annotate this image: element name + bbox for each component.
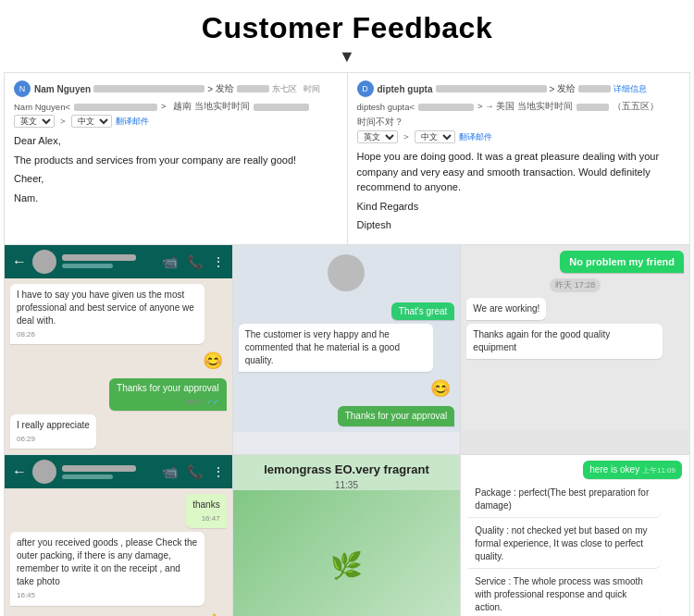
email-1-line1: The products and services from your comp…	[14, 153, 338, 168]
back-icon-1[interactable]: ←	[12, 253, 27, 270]
translate-link-2[interactable]: 翻译邮件	[459, 131, 492, 143]
lang-from-select-1[interactable]: 英文	[14, 115, 55, 128]
appreciate-text: I really appreciate	[17, 420, 90, 430]
chat-4-messages: thanks 16:47 after you received goods , …	[5, 488, 232, 616]
msg-time-4a: 16:47	[192, 513, 219, 524]
wa-icons-4: 📹 📞 ⋮	[162, 464, 225, 479]
wa-topbar-4: ← 📹 📞 ⋮	[5, 455, 232, 488]
email-blur-2	[74, 104, 157, 111]
time-label: 时间不对？	[357, 117, 403, 129]
page-container: Customer Feedback ▼ N Nam Nguyen > 发给 东七…	[0, 0, 694, 616]
chat-2-messages: That's great The customer is very happy …	[233, 245, 461, 432]
timezone-1: 东七区 时间	[272, 83, 321, 95]
email-1-header: N Nam Nguyen > 发给 东七区 时间	[14, 80, 338, 97]
emails-section: N Nam Nguyen > 发给 东七区 时间 Nam Nguyen< > 越…	[4, 72, 690, 245]
lang-from-select-2[interactable]: 英文	[357, 130, 398, 143]
five-zone: （五五区）	[613, 101, 659, 113]
call-icon-1[interactable]: 📞	[187, 254, 203, 269]
call-icon-4[interactable]: 📞	[187, 464, 203, 479]
arrow-lang2: ＞	[402, 131, 411, 143]
email-1: N Nam Nguyen > 发给 东七区 时间 Nam Nguyen< > 越…	[5, 73, 348, 244]
more-icon-1[interactable]: ⋮	[212, 254, 225, 269]
lang-to-select-2[interactable]: 中文	[415, 130, 455, 143]
contact-name-4	[62, 465, 156, 479]
email-1-name: Nam.	[14, 191, 338, 206]
blur-d1	[418, 104, 474, 111]
msg-no-problem: No problem my friend	[560, 251, 684, 273]
msg-approval-2: Thanks for your approval	[338, 406, 455, 426]
msg-approval-1: Thanks for your approval 06:27 ✓✓	[109, 378, 227, 411]
arrow-down-icon: ▼	[0, 47, 694, 67]
chat-cell-1: ← 📹 📞 ⋮ I have to say you have given us …	[5, 245, 233, 456]
sender-name-2: dipteh gupta	[378, 84, 433, 94]
arrow-lang: ＞	[58, 116, 68, 128]
chat-cell-6: here is okey 上午11:09 Package : perfect(T…	[461, 455, 689, 616]
sender-name-1: Nam Nguyen	[34, 84, 91, 94]
msg-here-okey: here is okey 上午11:09	[583, 461, 682, 479]
chat-1-messages: I have to say you have given us the most…	[5, 278, 232, 455]
sender-email-line-2: diptesh gupta<	[357, 102, 415, 112]
msg-quality-6: Quality : not checked yet but based on m…	[468, 520, 661, 568]
email-1-lang-row: 英文 ＞ 中文 翻译邮件	[14, 115, 338, 128]
msg-service-6: Service : The whole process was smooth w…	[468, 571, 661, 616]
email-2: D dipteh gupta > 发给 详细信息 diptesh gupta< …	[348, 73, 690, 244]
email-2-regards: Kind Regards	[357, 199, 681, 215]
msg-appreciate-1: I really appreciate 06:29	[10, 414, 96, 449]
arrow2: > 越南 当地实时时间	[161, 101, 250, 113]
email-1-subrow: Nam Nguyen< > 越南 当地实时时间	[14, 101, 338, 113]
msg-thumbsup-4: 👍 16:48	[199, 610, 227, 616]
email-1-greeting: Dear Alex,	[14, 133, 338, 149]
msg-received-4: after you received goods , please Check …	[10, 532, 204, 605]
blur-avatar-row	[328, 254, 365, 295]
msg-quality-equip: Thanks again for the good quality equipm…	[466, 324, 662, 359]
msg-thats-great: That's great	[391, 302, 455, 320]
contact-name-1	[62, 254, 156, 268]
blur-3	[254, 104, 309, 111]
email-2-lang-row: 英文 ＞ 中文 翻译邮件	[357, 130, 681, 143]
msg-emoji-1: 😊	[199, 348, 227, 375]
lang-to-select-1[interactable]: 中文	[71, 115, 112, 128]
contact-status-blur-1	[62, 264, 113, 268]
chat-cell-2: That's great The customer is very happy …	[233, 245, 462, 456]
wa-icons-1: 📹 📞 ⋮	[162, 254, 225, 269]
detail-link-2[interactable]: 详细信息	[613, 83, 647, 95]
recipient-blur-1	[237, 85, 269, 92]
email-1-body: Dear Alex, The products and services fro…	[14, 133, 338, 205]
msg-thanks-4: thanks 16:47	[186, 494, 226, 528]
contact-status-blur-4	[62, 474, 113, 479]
msg-time-1: 08:26	[17, 329, 198, 339]
more-icon-4[interactable]: ⋮	[212, 464, 225, 479]
wa-topbar-1: ← 📹 📞 ⋮	[5, 245, 232, 278]
avatar-1: N	[14, 80, 31, 97]
avatar-circle-1	[32, 250, 56, 274]
country-label: > → 美国 当地实时时间	[477, 101, 573, 113]
email-2-subrow: diptesh gupta< > → 美国 当地实时时间 （五五区） 时间不对？	[357, 101, 681, 129]
chat-cell-3: No problem my friend 昨天 17:28 We are wor…	[461, 245, 689, 456]
avatar-circle-4	[32, 460, 56, 484]
check-icon-1: ✓✓	[206, 398, 219, 406]
from-prefix-1: 发给	[216, 82, 234, 95]
msg-received-1: I have to say you have given us the most…	[10, 284, 204, 344]
email-2-body: Hope you are doing good. It was a great …	[357, 149, 681, 233]
video-icon-1[interactable]: 📹	[162, 254, 178, 269]
plant-icon: 🌿	[330, 550, 363, 581]
msg-time-4b: 16:45	[17, 590, 198, 600]
arrow-lbl-2: >	[550, 84, 555, 94]
appreciate-time: 06:29	[17, 434, 90, 444]
msg-emoji-2: 😊	[427, 376, 454, 402]
email-2-name: Diptesh	[357, 217, 681, 233]
translate-link-1[interactable]: 翻译邮件	[116, 116, 149, 128]
video-icon-4[interactable]: 📹	[162, 464, 178, 479]
chats-grid: ← 📹 📞 ⋮ I have to say you have given us …	[4, 245, 690, 617]
email-2-from-line: dipteh gupta > 发给 详细信息	[378, 82, 648, 95]
msg-customer-happy: The customer is very happy and he commen…	[239, 324, 433, 372]
email-2-line1: Hope you are doing good. It was a great …	[357, 149, 681, 195]
back-icon-4[interactable]: ←	[12, 463, 27, 480]
page-header: Customer Feedback ▼	[0, 0, 694, 72]
lemongrass-time: 11:35	[233, 480, 461, 490]
contact-name-blur-1	[62, 254, 136, 261]
chat-3-messages: No problem my friend 昨天 17:28 We are wor…	[461, 245, 689, 430]
email-1-from-line: Nam Nguyen > 发给 东七区 时间	[34, 82, 320, 95]
approval-text-1: Thanks for your approval	[117, 383, 219, 393]
sender-repeat-1: Nam Nguyen<	[14, 102, 70, 112]
